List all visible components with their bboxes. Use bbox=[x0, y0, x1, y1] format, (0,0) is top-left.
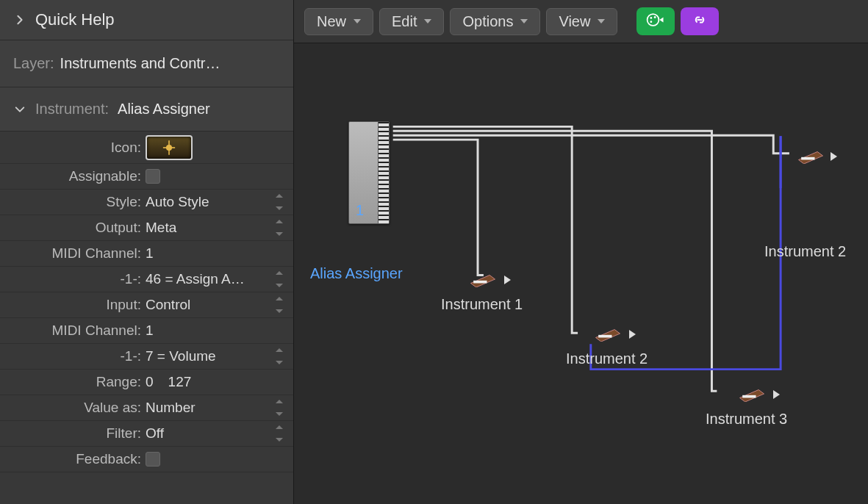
prop-label-filter: Filter: bbox=[0, 425, 146, 442]
neg1-out-stepper[interactable] bbox=[276, 271, 286, 287]
flag-icon bbox=[629, 330, 636, 339]
new-menu[interactable]: New bbox=[304, 8, 373, 35]
icon-well[interactable] bbox=[146, 135, 193, 160]
assignable-checkbox[interactable] bbox=[146, 169, 160, 184]
chevron-down-icon bbox=[354, 19, 361, 24]
layer-value: Instruments and Contr… bbox=[60, 55, 220, 72]
feedback-checkbox[interactable] bbox=[146, 452, 160, 467]
palette-icon bbox=[645, 12, 666, 31]
options-label: Options bbox=[462, 13, 513, 30]
instrument3-label[interactable]: Instrument 3 bbox=[706, 411, 787, 428]
view-menu[interactable]: View bbox=[546, 8, 617, 35]
prop-label-midi-out: MIDI Channel: bbox=[0, 245, 146, 262]
range-high[interactable]: 127 bbox=[168, 374, 192, 390]
view-label: View bbox=[559, 13, 590, 30]
options-menu[interactable]: Options bbox=[450, 8, 540, 35]
prop-label-midi-in: MIDI Channel: bbox=[0, 323, 146, 339]
instrument-header[interactable]: Instrument: Alias Assigner bbox=[0, 87, 293, 132]
style-value[interactable]: Auto Style bbox=[146, 194, 268, 210]
chevron-down-icon bbox=[520, 19, 528, 24]
prop-label-assignable: Assignable: bbox=[0, 168, 146, 184]
prop-label-input: Input: bbox=[0, 297, 146, 313]
instrument-icon[interactable] bbox=[594, 325, 622, 342]
svg-point-6 bbox=[650, 21, 653, 23]
svg-point-5 bbox=[654, 16, 656, 18]
chevron-down-icon bbox=[424, 19, 431, 24]
style-stepper[interactable] bbox=[276, 194, 286, 210]
midi-out-value[interactable]: 1 bbox=[146, 245, 154, 262]
svg-point-4 bbox=[650, 17, 653, 19]
input-stepper[interactable] bbox=[276, 297, 286, 313]
output-value[interactable]: Meta bbox=[146, 220, 268, 236]
svg-point-3 bbox=[648, 14, 659, 26]
inspector-sidebar: Quick Help Layer: Instruments and Contr…… bbox=[0, 0, 294, 504]
new-label: New bbox=[317, 13, 346, 30]
quick-help-title: Quick Help bbox=[35, 10, 115, 29]
flag-icon bbox=[504, 276, 511, 284]
valueas-value[interactable]: Number bbox=[146, 400, 268, 416]
prop-label-neg1-out: -1-: bbox=[0, 271, 146, 287]
neg1-in-value[interactable]: 7 = Volume bbox=[146, 348, 268, 364]
instrument-value: Alias Assigner bbox=[118, 101, 210, 118]
instrument-icon[interactable] bbox=[738, 386, 766, 402]
filter-stepper[interactable] bbox=[276, 425, 286, 442]
instrument-icon[interactable] bbox=[469, 271, 497, 287]
range-low[interactable]: 0 bbox=[146, 374, 154, 390]
neg1-out-value[interactable]: 46 = Assign A… bbox=[146, 271, 268, 287]
instrument-label: Instrument: bbox=[35, 101, 109, 118]
instrument1-label[interactable]: Instrument 1 bbox=[441, 296, 523, 313]
svg-rect-9 bbox=[473, 281, 487, 284]
prop-label-style: Style: bbox=[0, 194, 146, 210]
prop-label-valueas: Value as: bbox=[0, 400, 146, 416]
chevron-right-icon bbox=[13, 13, 26, 26]
colors-button[interactable] bbox=[636, 7, 675, 35]
link-button[interactable] bbox=[681, 7, 719, 35]
instrument2b-label[interactable]: Instrument 2 bbox=[764, 243, 846, 260]
svg-rect-13 bbox=[801, 157, 814, 160]
alias-assigner-label[interactable]: Alias Assigner bbox=[310, 265, 403, 282]
prop-label-neg1-in: -1-: bbox=[0, 348, 146, 364]
prop-label-range: Range: bbox=[0, 374, 146, 390]
layer-label: Layer: bbox=[13, 55, 54, 72]
chevron-down-icon bbox=[598, 19, 605, 24]
svg-rect-15 bbox=[742, 395, 756, 398]
output-stepper[interactable] bbox=[276, 220, 286, 236]
instrument-icon[interactable] bbox=[797, 148, 825, 164]
alias-assigner-slot: 1 bbox=[356, 202, 364, 219]
link-icon bbox=[689, 12, 710, 31]
layer-row[interactable]: Layer: Instruments and Contr… bbox=[0, 40, 293, 87]
alias-assigner-object[interactable] bbox=[348, 121, 390, 224]
environment-main: New Edit Options View bbox=[294, 0, 868, 504]
chevron-down-icon bbox=[13, 103, 26, 116]
flag-icon bbox=[773, 390, 780, 399]
input-value[interactable]: Control bbox=[146, 297, 268, 313]
filter-value[interactable]: Off bbox=[146, 425, 268, 442]
instrument2a-label[interactable]: Instrument 2 bbox=[566, 350, 648, 367]
neg1-in-stepper[interactable] bbox=[276, 348, 286, 364]
quick-help-header[interactable]: Quick Help bbox=[0, 0, 293, 40]
edit-label: Edit bbox=[392, 13, 417, 30]
svg-rect-11 bbox=[598, 335, 611, 338]
property-list: Icon: Assignable: Style: Auto Style bbox=[0, 132, 293, 504]
valueas-stepper[interactable] bbox=[276, 400, 286, 416]
environment-canvas[interactable]: 1 Alias Assigner Instrument 1 Instrument… bbox=[294, 43, 868, 504]
edit-menu[interactable]: Edit bbox=[379, 8, 444, 35]
toolbar: New Edit Options View bbox=[294, 0, 868, 43]
svg-point-2 bbox=[167, 145, 172, 150]
prop-label-icon: Icon: bbox=[0, 140, 146, 156]
prop-label-output: Output: bbox=[0, 220, 146, 236]
prop-label-feedback: Feedback: bbox=[0, 451, 146, 467]
midi-in-value[interactable]: 1 bbox=[146, 323, 154, 339]
flag-icon bbox=[831, 152, 837, 161]
